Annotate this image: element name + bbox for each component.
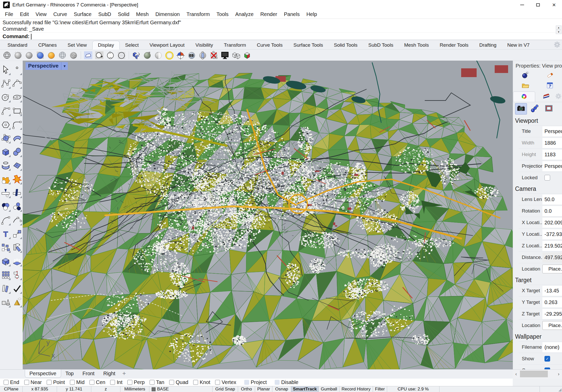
command-area[interactable]: Successfully read file "G:\new cities\Er… <box>0 19 562 40</box>
hatched-display-icon[interactable] <box>117 50 126 60</box>
checkbox-cen[interactable] <box>89 380 94 385</box>
checkbox-disable[interactable] <box>275 380 280 385</box>
status-y-11-741[interactable]: y 11.741 <box>57 386 91 392</box>
property-value-rotation[interactable]: 0.0 <box>542 206 562 216</box>
menu-render[interactable]: Render <box>257 10 281 19</box>
tool-explode-icon[interactable] <box>12 173 22 185</box>
checkbox-mid[interactable] <box>70 380 75 385</box>
tool-copy-icon[interactable] <box>0 242 11 254</box>
status-ortho[interactable]: Ortho <box>238 386 255 392</box>
menu-subd[interactable]: SubD <box>95 10 115 19</box>
tool-boolean-union-icon[interactable] <box>0 201 11 213</box>
tool-select-icon[interactable] <box>0 64 11 76</box>
tab-viewport-layout[interactable]: Viewport Layout <box>144 41 190 49</box>
tool-sphere-icon[interactable] <box>12 146 22 158</box>
osnap-int[interactable]: Int <box>110 379 122 385</box>
checkbox-int[interactable] <box>110 380 115 385</box>
rendered-display-icon[interactable] <box>35 50 45 60</box>
checkbox-near[interactable] <box>24 380 29 385</box>
panel-tab-color-wheel-icon[interactable] <box>513 92 535 102</box>
checkbox-show[interactable]: ✓ <box>544 356 550 362</box>
tool-trim-icon[interactable] <box>0 187 11 199</box>
tool-loft-surface-icon[interactable] <box>0 160 11 172</box>
tool-boolean-puzzle-icon[interactable] <box>0 173 11 185</box>
gear-icon[interactable] <box>555 93 561 100</box>
colorcube-display-icon[interactable] <box>242 50 252 60</box>
osnap-near[interactable]: Near <box>24 379 42 385</box>
panel-tab-cake-icon[interactable] <box>535 92 557 102</box>
menu-mesh[interactable]: Mesh <box>133 10 152 19</box>
status-osnap[interactable]: Osnap <box>272 386 291 392</box>
glue-icon[interactable] <box>546 71 554 80</box>
osnap-knot[interactable]: Knot <box>193 379 210 385</box>
checkbox-perp[interactable] <box>127 380 132 385</box>
property-value-projection[interactable]: Perspective <box>542 161 562 171</box>
checkbox-quad[interactable] <box>169 380 174 385</box>
checkbox-project[interactable] <box>244 380 249 385</box>
tool-mesh-pyramid-icon[interactable] <box>12 296 22 308</box>
scroll-right-icon[interactable]: › <box>555 371 562 377</box>
tool-align-icon[interactable] <box>12 269 22 281</box>
panel-horizontal-scrollbar[interactable]: ‹ › <box>513 369 562 379</box>
viewport-title-label[interactable]: Perspective <box>26 62 61 70</box>
osnap-point[interactable]: Point <box>47 379 65 385</box>
close-icon[interactable]: × <box>546 0 562 10</box>
status-planar[interactable]: Planar <box>255 386 272 392</box>
place-button[interactable]: Place... <box>542 321 562 330</box>
osnap-cen[interactable]: Cen <box>89 379 105 385</box>
status-filter[interactable]: Filter <box>373 386 387 392</box>
shaded-grid-display-icon[interactable] <box>13 50 23 60</box>
tab-standard[interactable]: Standard <box>2 41 33 49</box>
command-prompt[interactable]: Command: <box>0 32 562 40</box>
scrollbar-thumb[interactable] <box>520 371 548 377</box>
status-millimeters[interactable]: Millimeters <box>120 386 149 392</box>
camera-display-icon[interactable] <box>187 50 197 60</box>
tab-subd-tools[interactable]: SubD Tools <box>363 41 399 49</box>
menu-surface[interactable]: Surface <box>70 10 95 19</box>
tab-curve-tools[interactable]: Curve Tools <box>251 41 288 49</box>
checkbox-point[interactable] <box>47 380 52 385</box>
checkbox-locked[interactable] <box>544 175 550 181</box>
tool-surface-from-points-icon[interactable] <box>0 132 11 144</box>
osnap-tan[interactable]: Tan <box>150 379 164 385</box>
add-viewport-icon[interactable]: + <box>120 370 128 377</box>
checkbox-gray[interactable]: ✓ <box>544 368 550 369</box>
sun-display-icon[interactable] <box>46 50 56 60</box>
menu-transform[interactable]: Transform <box>183 10 213 19</box>
property-value-x-locati[interactable]: 202.009 <box>542 218 562 228</box>
tab-surface-tools[interactable]: Surface Tools <box>288 41 329 49</box>
status-cpu-use-2-9[interactable]: CPU use: 2.9 % <box>387 386 439 392</box>
halftone-display-icon[interactable] <box>153 50 163 60</box>
bomb-icon[interactable] <box>521 71 530 80</box>
viewport-tab-top[interactable]: Top <box>61 370 78 378</box>
wirebox-display-icon[interactable] <box>231 50 241 60</box>
scroll-up-icon[interactable]: ▲ <box>556 26 561 30</box>
tool-fillet-curves-icon[interactable] <box>0 214 11 226</box>
tool-extrude-surface-icon[interactable] <box>12 255 22 267</box>
tool-fillet-corner-icon[interactable] <box>12 119 22 130</box>
osnap-end[interactable]: End <box>4 379 19 385</box>
arctic-display-icon[interactable] <box>131 50 141 60</box>
tool-solid-primitives-icon[interactable] <box>0 296 11 308</box>
gear-icon[interactable] <box>554 41 560 49</box>
menu-file[interactable]: File <box>2 10 17 19</box>
minimize-icon[interactable] <box>514 0 530 10</box>
menu-help[interactable]: Help <box>303 10 320 19</box>
property-value-z-locati[interactable]: 219.502 <box>542 241 562 251</box>
property-value-title[interactable]: Perspective <box>542 126 562 136</box>
property-value-z-target[interactable]: -29.295 <box>542 309 562 319</box>
pin-display-icon[interactable] <box>142 50 152 60</box>
property-value-height[interactable]: 1183 <box>542 150 562 160</box>
status-x-87-935[interactable]: x 87.935 <box>23 386 57 392</box>
viewport-tab-perspective[interactable]: Perspective <box>25 370 61 378</box>
tab-mesh-tools[interactable]: Mesh Tools <box>399 41 434 49</box>
menu-edit[interactable]: Edit <box>17 10 32 19</box>
property-value-y-target[interactable]: 0.263 <box>542 297 562 307</box>
tool-single-point-icon[interactable] <box>12 64 22 76</box>
tool-patch-surface-icon[interactable] <box>12 160 22 172</box>
osnap-mid[interactable]: Mid <box>70 379 85 385</box>
tab-set-view[interactable]: Set View <box>62 41 92 49</box>
scroll-down-icon[interactable]: ▼ <box>556 30 561 34</box>
property-value-lens-len[interactable]: 50.0 <box>542 194 562 205</box>
menu-view[interactable]: View <box>32 10 50 19</box>
